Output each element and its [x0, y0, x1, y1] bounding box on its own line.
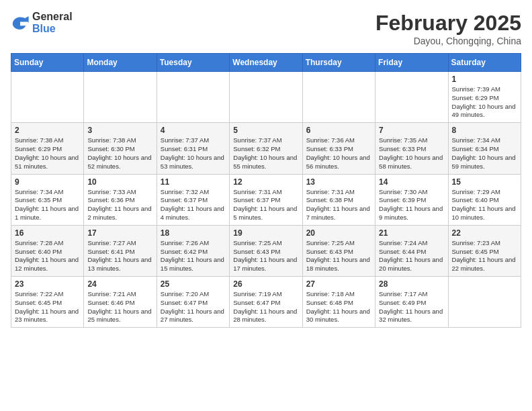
calendar-table: SundayMondayTuesdayWednesdayThursdayFrid…	[11, 53, 521, 328]
day-number: 1	[452, 75, 517, 84]
day-info: Sunrise: 7:39 AM Sunset: 6:29 PM Dayligh…	[452, 85, 517, 120]
calendar-cell: 17Sunrise: 7:27 AM Sunset: 6:41 PM Dayli…	[84, 225, 157, 276]
weekday-header: Friday	[375, 54, 448, 72]
calendar-week-row: 23Sunrise: 7:22 AM Sunset: 6:45 PM Dayli…	[11, 277, 521, 328]
day-number: 19	[233, 228, 298, 238]
day-info: Sunrise: 7:31 AM Sunset: 6:38 PM Dayligh…	[306, 188, 371, 222]
day-info: Sunrise: 7:30 AM Sunset: 6:39 PM Dayligh…	[379, 188, 444, 222]
calendar-cell: 2Sunrise: 7:38 AM Sunset: 6:29 PM Daylig…	[11, 123, 84, 174]
day-number: 9	[15, 177, 80, 187]
day-number: 20	[306, 228, 371, 238]
calendar-cell: 27Sunrise: 7:18 AM Sunset: 6:48 PM Dayli…	[302, 277, 375, 328]
day-info: Sunrise: 7:34 AM Sunset: 6:34 PM Dayligh…	[452, 136, 517, 171]
calendar-cell: 15Sunrise: 7:29 AM Sunset: 6:40 PM Dayli…	[448, 174, 521, 225]
day-number: 8	[452, 126, 517, 135]
page-header: General Blue February 2025 Dayou, Chongq…	[11, 11, 521, 46]
calendar-cell: 20Sunrise: 7:25 AM Sunset: 6:43 PM Dayli…	[302, 225, 375, 276]
calendar-cell	[230, 72, 302, 123]
day-info: Sunrise: 7:34 AM Sunset: 6:35 PM Dayligh…	[15, 188, 80, 222]
month-title: February 2025	[375, 11, 521, 36]
logo: General Blue	[11, 11, 73, 34]
calendar-cell: 9Sunrise: 7:34 AM Sunset: 6:35 PM Daylig…	[11, 174, 84, 225]
day-number: 28	[379, 279, 444, 289]
calendar-cell: 8Sunrise: 7:34 AM Sunset: 6:34 PM Daylig…	[448, 123, 521, 174]
day-info: Sunrise: 7:26 AM Sunset: 6:42 PM Dayligh…	[161, 239, 226, 273]
calendar-cell	[448, 277, 521, 328]
logo-general: General	[32, 11, 73, 22]
calendar-header-row: SundayMondayTuesdayWednesdayThursdayFrid…	[11, 54, 521, 72]
calendar-cell: 25Sunrise: 7:20 AM Sunset: 6:47 PM Dayli…	[157, 277, 229, 328]
calendar-cell: 22Sunrise: 7:23 AM Sunset: 6:45 PM Dayli…	[448, 225, 521, 276]
calendar-cell: 19Sunrise: 7:25 AM Sunset: 6:43 PM Dayli…	[230, 225, 302, 276]
day-number: 14	[379, 177, 444, 187]
day-info: Sunrise: 7:22 AM Sunset: 6:45 PM Dayligh…	[15, 290, 80, 324]
calendar-cell: 6Sunrise: 7:36 AM Sunset: 6:33 PM Daylig…	[302, 123, 375, 174]
calendar-cell	[375, 72, 448, 123]
day-number: 2	[15, 126, 80, 135]
calendar-cell	[157, 72, 229, 123]
title-block: February 2025 Dayou, Chongqing, China	[375, 11, 521, 46]
day-info: Sunrise: 7:18 AM Sunset: 6:48 PM Dayligh…	[306, 290, 371, 324]
day-info: Sunrise: 7:35 AM Sunset: 6:33 PM Dayligh…	[379, 136, 444, 171]
weekday-header: Thursday	[302, 54, 375, 72]
day-info: Sunrise: 7:24 AM Sunset: 6:44 PM Dayligh…	[379, 239, 444, 273]
day-number: 15	[452, 177, 517, 187]
calendar-cell: 28Sunrise: 7:17 AM Sunset: 6:49 PM Dayli…	[375, 277, 448, 328]
calendar-cell: 14Sunrise: 7:30 AM Sunset: 6:39 PM Dayli…	[375, 174, 448, 225]
weekday-header: Monday	[84, 54, 157, 72]
day-info: Sunrise: 7:38 AM Sunset: 6:30 PM Dayligh…	[87, 136, 152, 171]
weekday-header: Tuesday	[157, 54, 229, 72]
day-number: 21	[379, 228, 444, 238]
calendar-week-row: 16Sunrise: 7:28 AM Sunset: 6:40 PM Dayli…	[11, 225, 521, 276]
day-info: Sunrise: 7:19 AM Sunset: 6:47 PM Dayligh…	[233, 290, 298, 324]
calendar-cell: 5Sunrise: 7:37 AM Sunset: 6:32 PM Daylig…	[230, 123, 302, 174]
day-info: Sunrise: 7:32 AM Sunset: 6:37 PM Dayligh…	[161, 188, 226, 222]
calendar-cell: 1Sunrise: 7:39 AM Sunset: 6:29 PM Daylig…	[448, 72, 521, 123]
day-info: Sunrise: 7:25 AM Sunset: 6:43 PM Dayligh…	[233, 239, 298, 273]
day-number: 4	[161, 126, 226, 135]
day-number: 23	[15, 279, 80, 289]
day-info: Sunrise: 7:20 AM Sunset: 6:47 PM Dayligh…	[161, 290, 226, 324]
day-number: 3	[87, 126, 152, 135]
day-info: Sunrise: 7:28 AM Sunset: 6:40 PM Dayligh…	[15, 239, 80, 273]
calendar-cell	[11, 72, 84, 123]
logo-icon	[11, 13, 30, 32]
day-number: 10	[87, 177, 152, 187]
day-number: 16	[15, 228, 80, 238]
day-number: 27	[306, 279, 371, 289]
calendar-week-row: 9Sunrise: 7:34 AM Sunset: 6:35 PM Daylig…	[11, 174, 521, 225]
day-info: Sunrise: 7:38 AM Sunset: 6:29 PM Dayligh…	[15, 136, 80, 171]
day-number: 26	[233, 279, 298, 289]
weekday-header: Sunday	[11, 54, 84, 72]
calendar-cell: 7Sunrise: 7:35 AM Sunset: 6:33 PM Daylig…	[375, 123, 448, 174]
day-number: 22	[452, 228, 517, 238]
day-number: 11	[161, 177, 226, 187]
calendar-cell: 24Sunrise: 7:21 AM Sunset: 6:46 PM Dayli…	[84, 277, 157, 328]
day-number: 24	[87, 279, 152, 289]
calendar-cell: 13Sunrise: 7:31 AM Sunset: 6:38 PM Dayli…	[302, 174, 375, 225]
day-number: 25	[161, 279, 226, 289]
day-info: Sunrise: 7:33 AM Sunset: 6:36 PM Dayligh…	[87, 188, 152, 222]
calendar-cell: 18Sunrise: 7:26 AM Sunset: 6:42 PM Dayli…	[157, 225, 229, 276]
day-number: 13	[306, 177, 371, 187]
calendar-cell: 23Sunrise: 7:22 AM Sunset: 6:45 PM Dayli…	[11, 277, 84, 328]
day-info: Sunrise: 7:21 AM Sunset: 6:46 PM Dayligh…	[87, 290, 152, 324]
calendar-cell	[84, 72, 157, 123]
day-info: Sunrise: 7:31 AM Sunset: 6:37 PM Dayligh…	[233, 188, 298, 222]
day-info: Sunrise: 7:27 AM Sunset: 6:41 PM Dayligh…	[87, 239, 152, 273]
logo-blue: Blue	[32, 23, 56, 34]
day-info: Sunrise: 7:17 AM Sunset: 6:49 PM Dayligh…	[379, 290, 444, 324]
calendar-cell	[302, 72, 375, 123]
day-number: 12	[233, 177, 298, 187]
day-number: 18	[161, 228, 226, 238]
day-number: 5	[233, 126, 298, 135]
calendar-cell: 12Sunrise: 7:31 AM Sunset: 6:37 PM Dayli…	[230, 174, 302, 225]
calendar-cell: 3Sunrise: 7:38 AM Sunset: 6:30 PM Daylig…	[84, 123, 157, 174]
calendar-cell: 16Sunrise: 7:28 AM Sunset: 6:40 PM Dayli…	[11, 225, 84, 276]
day-info: Sunrise: 7:25 AM Sunset: 6:43 PM Dayligh…	[306, 239, 371, 273]
location-subtitle: Dayou, Chongqing, China	[375, 36, 521, 46]
calendar-cell: 26Sunrise: 7:19 AM Sunset: 6:47 PM Dayli…	[230, 277, 302, 328]
calendar-cell: 4Sunrise: 7:37 AM Sunset: 6:31 PM Daylig…	[157, 123, 229, 174]
calendar-cell: 21Sunrise: 7:24 AM Sunset: 6:44 PM Dayli…	[375, 225, 448, 276]
day-info: Sunrise: 7:23 AM Sunset: 6:45 PM Dayligh…	[452, 239, 517, 273]
